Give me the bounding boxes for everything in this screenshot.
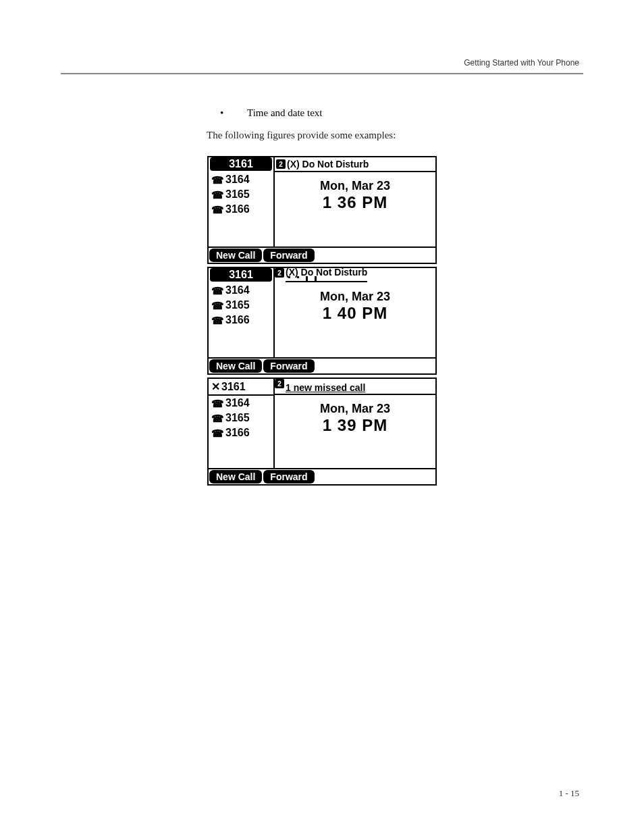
softkey-row: New Call Forward [209,468,435,484]
line-ext: 3161 [221,380,246,394]
status-text: (X) Do Not Disturb [287,159,369,170]
line-key: ☎ 3164 [209,396,273,411]
softkey-forward: Forward [263,249,314,262]
phone-icon: ☎ [211,428,224,438]
line-ext: 3166 [225,202,250,217]
line-ext: 3164 [225,283,250,298]
lcd-main-area: 2 1 new missed call Mon, Mar 23 1 39 PM [275,379,435,468]
page-number: 1 - 15 [559,788,579,799]
scroll-indicator [286,276,367,280]
line-key: ☎ 3166 [209,313,273,328]
intro-text: The following figures provide some examp… [207,128,583,143]
dot-icon [297,276,299,278]
phone-icon: ☎ [211,286,224,296]
line-key-column: 3161 ☎ 3164 ☎ 3165 ☎ 3166 [209,157,275,246]
time-text: 1 40 PM [275,304,435,323]
lcd-main-area: 2 (X) Do Not Disturb Mon, Mar 23 1 36 PM [275,157,435,246]
scrolling-status: 2 1 new missed call [275,379,435,395]
active-extension-dnd: ✕ 3161 [209,379,273,394]
time-text: 1 39 PM [275,416,435,435]
line-key-column: 3161 ☎ 3164 ☎ 3165 ☎ 3166 [209,268,275,357]
phone-lcd-2: 3161 ☎ 3164 ☎ 3165 ☎ 3166 [207,267,437,375]
line-ext: 3166 [225,313,250,328]
dnd-x-icon: ✕ [211,382,220,392]
scrolling-text: 1 new missed call [286,382,365,394]
scrolling-text: (X) Do Not Disturb [286,268,367,276]
line-key: ☎ 3165 [209,187,273,202]
phone-icon: ☎ [211,315,224,325]
line-ext: 3164 [225,396,250,411]
line-key: ☎ 3166 [209,202,273,217]
phone-lcd-1: 3161 ☎ 3164 ☎ 3165 ☎ 3166 [207,156,437,264]
page-content: Time and date text The following figures… [61,74,583,486]
line-key: ☎ 3164 [209,172,273,187]
softkey-row: New Call Forward [209,246,435,263]
line-key-column: ✕ 3161 ☎ 3164 ☎ 3165 ☎ [209,379,275,468]
line-key: ☎ 3165 [209,411,273,425]
running-title: Getting Started with Your Phone [464,58,579,68]
status-badge: 2 [276,159,286,169]
line-ext: 3164 [225,172,250,187]
status-bar: 2 (X) Do Not Disturb [275,157,435,172]
figures-container: 3161 ☎ 3164 ☎ 3165 ☎ 3166 [61,156,583,486]
bullet-item: Time and date text [234,105,583,121]
phone-lcd-3: ✕ 3161 ☎ 3164 ☎ 3165 ☎ [207,377,437,486]
scrolling-status: 2 (X) Do Not Disturb [275,268,435,283]
softkey-forward: Forward [263,359,314,373]
dot-icon [288,276,290,278]
line-key: ☎ 3165 [209,298,273,313]
active-extension: 3161 [210,268,272,282]
line-ext: 3166 [225,425,250,440]
bar-icon [315,276,317,282]
bar-icon [306,276,308,282]
lcd-main-area: 2 (X) Do Not Disturb [275,268,435,357]
bullet-list: Time and date text [234,105,583,121]
date-text: Mon, Mar 23 [275,290,435,304]
date-text: Mon, Mar 23 [275,402,435,416]
status-badge: 2 [275,268,284,278]
softkey-newcall: New Call [209,249,262,262]
phone-icon: ☎ [211,413,224,423]
softkey-newcall: New Call [209,359,262,373]
line-ext: 3165 [225,411,250,425]
phone-icon: ☎ [211,175,224,185]
phone-icon: ☎ [211,301,224,311]
softkey-newcall: New Call [209,470,262,484]
softkey-forward: Forward [263,470,314,484]
line-ext: 3165 [225,187,250,202]
line-ext: 3165 [225,298,250,313]
date-text: Mon, Mar 23 [275,179,435,193]
softkey-row: New Call Forward [209,357,435,373]
status-badge: 2 [275,379,284,388]
line-key: ☎ 3164 [209,283,273,298]
time-text: 1 36 PM [275,193,435,212]
phone-icon: ☎ [211,398,224,409]
running-header: Getting Started with Your Phone [61,58,583,68]
active-extension: 3161 [210,157,272,171]
line-key: ☎ 3166 [209,425,273,440]
phone-icon: ☎ [211,205,224,215]
phone-icon: ☎ [211,190,224,200]
